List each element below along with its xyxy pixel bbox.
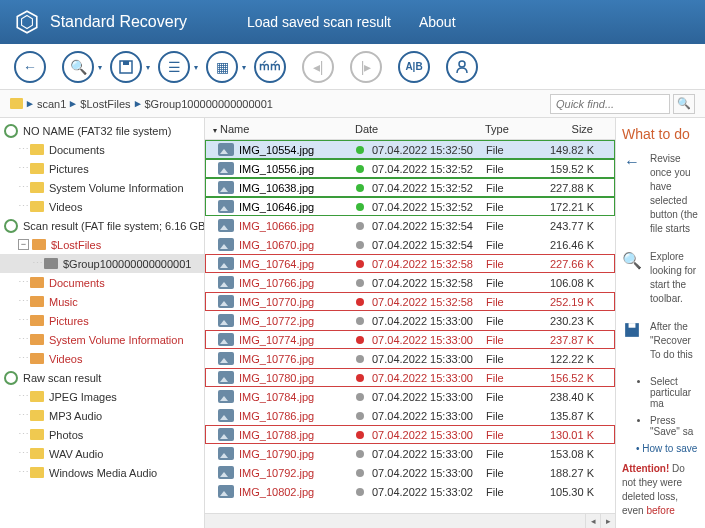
- image-file-icon: [218, 143, 234, 156]
- file-size: 230.23 K: [541, 315, 596, 327]
- back-button[interactable]: ←: [14, 51, 46, 83]
- app-logo-icon: [14, 9, 40, 35]
- scroll-left-icon[interactable]: ◂: [585, 514, 600, 528]
- tree-item[interactable]: Raw scan result: [0, 368, 204, 387]
- status-dot-icon: [356, 355, 364, 363]
- tree-item[interactable]: −$LostFiles: [0, 235, 204, 254]
- tree-item[interactable]: ⋯Photos: [0, 425, 204, 444]
- status-dot-icon: [356, 412, 364, 420]
- tree-item[interactable]: ⋯Pictures: [0, 311, 204, 330]
- file-type: File: [486, 315, 541, 327]
- file-type: File: [486, 296, 541, 308]
- file-row[interactable]: IMG_10772.jpg07.04.2022 15:33:00File230.…: [205, 311, 615, 330]
- tree-item[interactable]: ⋯Music: [0, 292, 204, 311]
- file-row[interactable]: IMG_10790.jpg07.04.2022 15:33:00File153.…: [205, 444, 615, 463]
- file-date: 07.04.2022 15:33:00: [372, 467, 473, 479]
- file-row[interactable]: IMG_10766.jpg07.04.2022 15:32:58File106.…: [205, 273, 615, 292]
- file-name: IMG_10556.jpg: [239, 163, 314, 175]
- ab-button[interactable]: A|B: [398, 51, 430, 83]
- status-dot-icon: [356, 260, 364, 268]
- tree-item[interactable]: ⋯Videos: [0, 197, 204, 216]
- image-file-icon: [218, 333, 234, 346]
- file-type: File: [486, 429, 541, 441]
- file-row[interactable]: IMG_10554.jpg07.04.2022 15:32:50File149.…: [205, 140, 615, 159]
- file-row[interactable]: IMG_10556.jpg07.04.2022 15:32:52File159.…: [205, 159, 615, 178]
- tree-item[interactable]: ⋯JPEG Images: [0, 387, 204, 406]
- toolbar: ← 🔍▾ ▾ ☰▾ ▦▾ ḿḿ ◂| |▸ A|B: [0, 44, 705, 90]
- collapse-icon[interactable]: −: [18, 239, 29, 250]
- zoom-button[interactable]: 🔍▾: [62, 51, 94, 83]
- grid-view-button[interactable]: ▦▾: [206, 51, 238, 83]
- status-dot-icon: [356, 374, 364, 382]
- tree-item[interactable]: ⋯System Volume Information: [0, 330, 204, 349]
- image-file-icon: [218, 295, 234, 308]
- menu-load-saved[interactable]: Load saved scan result: [247, 14, 391, 30]
- tree-item[interactable]: NO NAME (FAT32 file system): [0, 121, 204, 140]
- tree-item[interactable]: ⋯Pictures: [0, 159, 204, 178]
- file-row[interactable]: IMG_10788.jpg07.04.2022 15:33:00File130.…: [205, 425, 615, 444]
- folder-icon: [32, 239, 46, 250]
- person-button[interactable]: [446, 51, 478, 83]
- help-link[interactable]: • How to save: [636, 443, 699, 454]
- search-icon: 🔍: [622, 250, 642, 270]
- folder-tree[interactable]: NO NAME (FAT32 file system)⋯Documents⋯Pi…: [0, 118, 205, 528]
- tree-item[interactable]: ⋯WAV Audio: [0, 444, 204, 463]
- tree-item[interactable]: ⋯Windows Media Audio: [0, 463, 204, 482]
- file-name: IMG_10792.jpg: [239, 467, 314, 479]
- breadcrumb-part[interactable]: $Group100000000000001: [145, 98, 273, 110]
- help-text: Explore looking for start the toolbar.: [650, 250, 699, 306]
- file-row[interactable]: IMG_10776.jpg07.04.2022 15:33:00File122.…: [205, 349, 615, 368]
- menu-about[interactable]: About: [419, 14, 456, 30]
- file-row[interactable]: IMG_10770.jpg07.04.2022 15:32:58File252.…: [205, 292, 615, 311]
- file-row[interactable]: IMG_10670.jpg07.04.2022 15:32:54File216.…: [205, 235, 615, 254]
- prev-button[interactable]: ◂|: [302, 51, 334, 83]
- tree-item[interactable]: ⋯$Group100000000000001: [0, 254, 204, 273]
- tree-item[interactable]: ⋯System Volume Information: [0, 178, 204, 197]
- breadcrumb-part[interactable]: $LostFiles: [80, 98, 130, 110]
- folder-icon: [30, 296, 44, 307]
- find-button[interactable]: ḿḿ: [254, 51, 286, 83]
- file-row[interactable]: IMG_10786.jpg07.04.2022 15:33:00File135.…: [205, 406, 615, 425]
- list-view-button[interactable]: ☰▾: [158, 51, 190, 83]
- quick-find-input[interactable]: [550, 94, 670, 114]
- tree-label: $LostFiles: [51, 239, 101, 251]
- scroll-right-icon[interactable]: ▸: [600, 514, 615, 528]
- file-row[interactable]: IMG_10802.jpg07.04.2022 15:33:02File105.…: [205, 482, 615, 501]
- file-row[interactable]: IMG_10774.jpg07.04.2022 15:33:00File237.…: [205, 330, 615, 349]
- next-button[interactable]: |▸: [350, 51, 382, 83]
- breadcrumb[interactable]: ▸ scan1 ▸ $LostFiles ▸ $Group10000000000…: [10, 97, 550, 110]
- tree-hscroll[interactable]: ◂▸: [205, 513, 615, 528]
- status-dot-icon: [356, 488, 364, 496]
- file-list[interactable]: IMG_10554.jpg07.04.2022 15:32:50File149.…: [205, 140, 615, 513]
- tree-label: $Group100000000000001: [63, 258, 191, 270]
- file-date: 07.04.2022 15:33:02: [372, 486, 473, 498]
- folder-icon: [30, 334, 44, 345]
- col-size-header[interactable]: Size: [540, 123, 595, 135]
- attention-text: Attention! Do not they were deleted loss…: [622, 462, 699, 518]
- help-panel: What to do ← Revise once you have select…: [615, 118, 705, 528]
- file-row[interactable]: IMG_10638.jpg07.04.2022 15:32:52File227.…: [205, 178, 615, 197]
- file-name: IMG_10780.jpg: [239, 372, 314, 384]
- file-row[interactable]: IMG_10780.jpg07.04.2022 15:33:00File156.…: [205, 368, 615, 387]
- tree-item[interactable]: ⋯Documents: [0, 140, 204, 159]
- col-date-header[interactable]: Date: [355, 123, 485, 135]
- col-name-header[interactable]: ▾Name: [205, 123, 355, 135]
- file-row[interactable]: IMG_10792.jpg07.04.2022 15:33:00File188.…: [205, 463, 615, 482]
- file-row[interactable]: IMG_10764.jpg07.04.2022 15:32:58File227.…: [205, 254, 615, 273]
- tree-item[interactable]: ⋯MP3 Audio: [0, 406, 204, 425]
- folder-icon: [30, 315, 44, 326]
- drive-icon: [4, 219, 18, 233]
- tree-item[interactable]: ⋯Documents: [0, 273, 204, 292]
- image-file-icon: [218, 219, 234, 232]
- tree-item[interactable]: Scan result (FAT file system; 6.16 GB in…: [0, 216, 204, 235]
- breadcrumb-part[interactable]: scan1: [37, 98, 66, 110]
- tree-label: JPEG Images: [49, 391, 117, 403]
- file-row[interactable]: IMG_10666.jpg07.04.2022 15:32:54File243.…: [205, 216, 615, 235]
- file-row[interactable]: IMG_10646.jpg07.04.2022 15:32:52File172.…: [205, 197, 615, 216]
- search-button[interactable]: 🔍: [673, 94, 695, 114]
- status-dot-icon: [356, 146, 364, 154]
- col-type-header[interactable]: Type: [485, 123, 540, 135]
- file-row[interactable]: IMG_10784.jpg07.04.2022 15:33:00File238.…: [205, 387, 615, 406]
- tree-item[interactable]: ⋯Videos: [0, 349, 204, 368]
- save-button[interactable]: ▾: [110, 51, 142, 83]
